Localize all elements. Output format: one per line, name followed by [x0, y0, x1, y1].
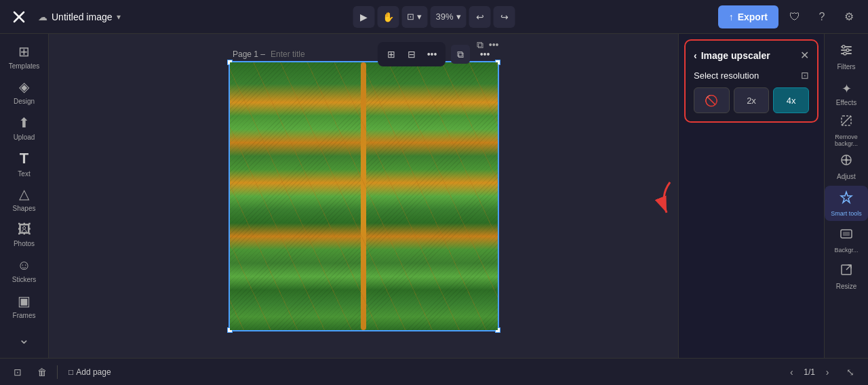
- remove-bg-icon: [840, 114, 853, 131]
- sidebar-item-frames[interactable]: ▣ Frames: [3, 289, 46, 323]
- upscaler-title: Image upscaler: [701, 50, 770, 61]
- page-indicator: 1/1: [804, 367, 815, 377]
- frame-icon: ⊡: [407, 12, 414, 22]
- next-page-button[interactable]: ›: [819, 364, 835, 380]
- text-icon: T: [20, 150, 28, 167]
- sidebar-item-stickers[interactable]: ☺ Stickers: [3, 254, 46, 288]
- svg-line-9: [842, 116, 851, 125]
- grid-view-button[interactable]: ⊞: [382, 45, 401, 64]
- resolution-label: Select resolution: [694, 70, 759, 81]
- svg-point-5: [842, 45, 845, 48]
- upscaler-close-button[interactable]: ✕: [800, 49, 809, 62]
- photos-icon: 🖼: [18, 222, 31, 237]
- sidebar-item-text[interactable]: T Text: [3, 146, 46, 181]
- add-page-button[interactable]: □ Add page: [63, 365, 117, 380]
- effects-icon: ✦: [842, 81, 852, 96]
- title-chevron-icon[interactable]: ▾: [117, 12, 121, 22]
- page-more-button[interactable]: •••: [475, 45, 494, 64]
- canvas-area[interactable]: Page 1 – ⊞ ⊟ ••• ⧉ ••• ⧉ •••: [49, 34, 678, 358]
- right-tool-remove-bg[interactable]: Remove backgr...: [825, 113, 868, 148]
- svg-point-13: [845, 159, 848, 161]
- bottom-bar: ⊡ 🗑 □ Add page ‹ 1/1 › ⤡: [0, 358, 868, 385]
- adjust-icon: [840, 153, 853, 170]
- document-title-area: ☁ Untitled image ▾: [38, 12, 121, 22]
- upscaler-back-button[interactable]: ‹ Image upscaler: [694, 50, 770, 61]
- help-button[interactable]: ?: [811, 6, 833, 28]
- back-chevron-icon: ‹: [694, 50, 697, 61]
- right-tool-smart-tools[interactable]: Smart tools: [825, 186, 868, 221]
- page-toolbar: ⊞ ⊟ •••: [378, 42, 446, 66]
- canvas-image-wrapper[interactable]: ⧉ •••: [229, 61, 499, 331]
- page-thumbnail-button[interactable]: ⊡: [8, 363, 27, 382]
- shapes-icon: △: [19, 186, 29, 202]
- app-logo[interactable]: [8, 6, 30, 28]
- frames-icon: ▣: [18, 293, 31, 309]
- export-icon: ↑: [729, 12, 734, 22]
- topbar: ☁ Untitled image ▾ ▶ ✋ ⊡ ▾ 39% ▾ ↩ ↪ ↑ E…: [0, 0, 868, 34]
- left-sidebar: ⊞ Templates ◈ Design ⬆ Upload T Text △ S…: [0, 34, 49, 358]
- upload-icon: ⬆: [18, 115, 30, 131]
- svg-point-7: [844, 52, 846, 55]
- redo-button[interactable]: ↪: [494, 6, 515, 28]
- sidebar-item-upload[interactable]: ⬆ Upload: [3, 110, 46, 145]
- zoom-value: 39%: [435, 12, 453, 22]
- sidebar-item-templates[interactable]: ⊞ Templates: [3, 39, 46, 74]
- smart-tools-label: Smart tools: [831, 210, 862, 217]
- canvas-image: [230, 62, 498, 330]
- image-upscaler-panel: ‹ Image upscaler ✕ Select resolution ⊡ 🚫…: [684, 39, 818, 123]
- expand-button[interactable]: ⤡: [841, 363, 860, 382]
- bottom-divider: [57, 365, 58, 379]
- more-options-button[interactable]: •••: [422, 45, 441, 64]
- sidebar-item-design[interactable]: ◈ Design: [3, 75, 46, 110]
- page-number-label: Page 1 –: [233, 49, 265, 59]
- page-title-input[interactable]: [271, 49, 372, 59]
- smart-tools-icon: [840, 190, 853, 207]
- right-panel: ‹ Image upscaler ✕ Select resolution ⊡ 🚫…: [678, 34, 824, 358]
- resolution-none-button[interactable]: 🚫: [694, 87, 730, 113]
- filters-icon: [840, 43, 853, 60]
- page-title-bar: Page 1 – ⊞ ⊟ ••• ⧉ •••: [233, 42, 494, 66]
- resolution-row: Select resolution ⊡: [694, 70, 809, 81]
- undo-button[interactable]: ↩: [469, 6, 491, 28]
- page-navigation: ‹ 1/1 ›: [783, 364, 835, 380]
- shield-button[interactable]: 🛡: [784, 6, 806, 28]
- filters-label: Filters: [837, 63, 855, 70]
- effects-label: Effects: [836, 99, 856, 106]
- frame-view-button[interactable]: ⊡ ▾: [401, 6, 427, 28]
- svg-line-17: [846, 265, 851, 270]
- delete-page-button[interactable]: 🗑: [33, 363, 52, 382]
- remove-bg-label: Remove backgr...: [825, 134, 868, 147]
- right-tool-effects[interactable]: ✦ Effects: [825, 76, 868, 111]
- duplicate-page-button[interactable]: ⧉: [451, 45, 470, 64]
- cloud-icon: ☁: [38, 12, 47, 22]
- prev-page-button[interactable]: ‹: [783, 364, 800, 380]
- resolution-4x-button[interactable]: 4x: [773, 87, 809, 113]
- templates-icon: ⊞: [18, 43, 30, 60]
- hand-tool-button[interactable]: ✋: [377, 6, 399, 28]
- resolution-2x-button[interactable]: 2x: [734, 87, 770, 113]
- sidebar-item-shapes[interactable]: △ Shapes: [3, 182, 46, 217]
- right-area: ‹ Image upscaler ✕ Select resolution ⊡ 🚫…: [678, 34, 868, 358]
- document-title[interactable]: Untitled image: [52, 12, 113, 22]
- resolution-2x-label: 2x: [747, 96, 756, 106]
- sidebar-item-photos[interactable]: 🖼 Photos: [3, 218, 46, 252]
- right-tool-resize[interactable]: Resize: [825, 259, 868, 294]
- zoom-chevron-icon: ▾: [456, 12, 461, 22]
- right-tool-filters[interactable]: Filters: [825, 39, 868, 75]
- topbar-right-controls: ↑ Export 🛡 ? ⚙: [718, 5, 860, 28]
- zoom-control[interactable]: 39% ▾: [430, 6, 466, 28]
- export-button[interactable]: ↑ Export: [718, 5, 778, 28]
- select-tool-button[interactable]: ▶: [353, 6, 374, 28]
- grid-lines-button[interactable]: ⊟: [402, 45, 421, 64]
- resolution-buttons: 🚫 2x 4x: [694, 87, 809, 113]
- stickers-icon: ☺: [17, 258, 31, 273]
- svg-point-6: [846, 49, 849, 52]
- resize-icon: [840, 263, 853, 280]
- no-upscale-icon: 🚫: [705, 94, 718, 107]
- add-page-icon: □: [68, 367, 73, 377]
- right-tool-background[interactable]: Backgr...: [825, 222, 868, 258]
- sidebar-collapse-button[interactable]: ⌄: [3, 326, 46, 352]
- right-tool-adjust[interactable]: Adjust: [825, 149, 868, 184]
- background-icon: [840, 227, 853, 244]
- settings-button[interactable]: ⚙: [838, 6, 860, 28]
